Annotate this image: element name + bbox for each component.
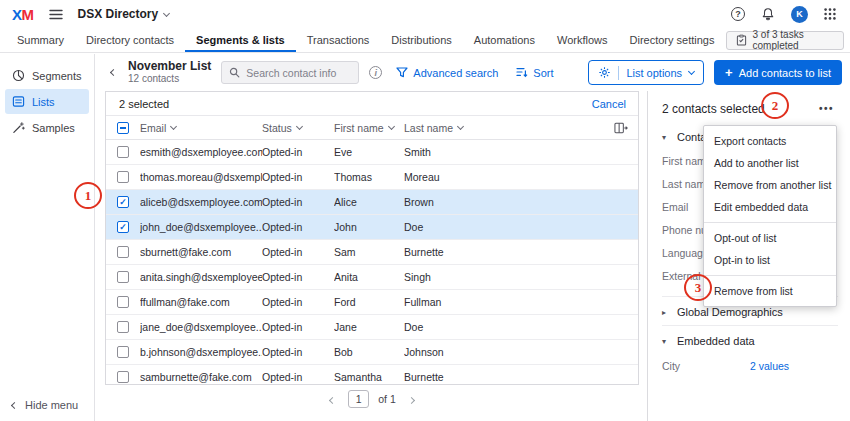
table-row[interactable]: anita.singh@dsxemployee...Opted-inAnitaS… [106, 265, 638, 290]
menu-item-remove-from-list[interactable]: Remove from list [704, 280, 836, 302]
table-row[interactable]: sburnett@fake.comOpted-inSamBurnette [106, 240, 638, 265]
help-icon[interactable] [731, 7, 745, 21]
menu-item-export-contacts[interactable]: Export contacts [704, 130, 836, 152]
top-bar: XM DSX Directory K [0, 0, 850, 28]
tab-distributions[interactable]: Distributions [380, 28, 463, 52]
annotation-circle-1: 1 [74, 182, 102, 209]
more-options-icon[interactable] [815, 101, 838, 116]
cell-status: Opted-in [262, 371, 334, 383]
table-row[interactable]: jane_doe@dsxemployee....Opted-inJaneDoe [106, 315, 638, 340]
notifications-bell-icon[interactable] [761, 7, 775, 21]
tab-directory-contacts[interactable]: Directory contacts [75, 28, 185, 52]
cell-last-name: Brown [404, 196, 638, 208]
section-embedded-data[interactable]: Embedded data [662, 325, 838, 354]
tab-automations[interactable]: Automations [463, 28, 546, 52]
menu-item-opt-in-to-list[interactable]: Opt-in to list [704, 249, 836, 271]
sidebar-item-label: Lists [32, 96, 55, 108]
row-checkbox[interactable] [117, 321, 129, 333]
sort-icon [516, 67, 528, 78]
table-row[interactable]: esmith@dsxemployee.comOpted-inEveSmith [106, 140, 638, 165]
select-all-checkbox[interactable] [117, 122, 129, 134]
sort-button[interactable]: Sort [516, 67, 553, 79]
add-contacts-button[interactable]: Add contacts to list [714, 60, 842, 85]
chevron-down-icon [296, 123, 303, 130]
advanced-search-button[interactable]: Advanced search [396, 67, 498, 79]
info-icon[interactable] [369, 66, 382, 79]
row-checkbox[interactable] [117, 371, 129, 383]
cell-last-name: Doe [404, 321, 638, 333]
row-checkbox[interactable] [117, 296, 129, 308]
back-button[interactable] [109, 68, 118, 77]
nav-tabs-bar: SummaryDirectory contactsSegments & list… [0, 28, 850, 53]
cell-first-name: Alice [334, 196, 404, 208]
directory-title-dropdown[interactable]: DSX Directory [78, 7, 170, 21]
tab-workflows[interactable]: Workflows [546, 28, 619, 52]
row-checkbox-cell [106, 321, 140, 333]
menu-item-remove-from-another-list[interactable]: Remove from another list [704, 174, 836, 196]
column-header-status[interactable]: Status [262, 122, 334, 134]
column-header-first-name[interactable]: First name [334, 122, 404, 134]
menu-item-edit-embedded-data[interactable]: Edit embedded data [704, 196, 836, 218]
row-checkbox[interactable] [117, 271, 129, 283]
table-row[interactable]: b.johnson@dsxemployee....Opted-inBobJohn… [106, 340, 638, 365]
tab-summary[interactable]: Summary [6, 28, 75, 52]
gear-icon [598, 66, 611, 79]
menu-divider [704, 222, 836, 223]
hide-menu-button[interactable]: Hide menu [12, 399, 78, 411]
row-checkbox[interactable] [117, 146, 129, 158]
sort-label: Sort [533, 67, 553, 79]
row-checkbox[interactable] [117, 221, 129, 233]
sidebar: Segments Lists Samples Hide menu [0, 54, 95, 421]
row-checkbox[interactable] [117, 246, 129, 258]
cell-email: anita.singh@dsxemployee... [140, 271, 262, 283]
menu-item-add-to-another-list[interactable]: Add to another list [704, 152, 836, 174]
cancel-selection-link[interactable]: Cancel [592, 98, 626, 110]
manage-columns-icon[interactable] [614, 122, 628, 134]
search-box[interactable] [221, 61, 359, 84]
tab-transactions[interactable]: Transactions [296, 28, 381, 52]
selection-bar: 2 selected Cancel [106, 92, 638, 116]
list-options-button[interactable]: List options [588, 60, 704, 85]
cell-first-name: Sam [334, 246, 404, 258]
sidebar-item-samples[interactable]: Samples [5, 115, 89, 140]
row-checkbox-cell [106, 221, 140, 233]
section-label: Embedded data [677, 335, 755, 347]
row-checkbox-cell [106, 246, 140, 258]
chevron-down-icon [163, 9, 170, 16]
table-header-row: Email Status First name Last name [106, 116, 638, 140]
table-row[interactable]: ffullman@fake.comOpted-inFordFullman [106, 290, 638, 315]
next-page-button[interactable] [405, 391, 418, 407]
row-checkbox[interactable] [117, 346, 129, 358]
table-row[interactable]: thomas.moreau@dsxempl...Opted-inThomasMo… [106, 165, 638, 190]
row-checkbox[interactable] [117, 196, 129, 208]
column-header-email[interactable]: Email [140, 122, 262, 134]
sidebar-item-segments[interactable]: Segments [5, 63, 89, 88]
user-avatar[interactable]: K [791, 6, 808, 23]
table-row[interactable]: john_doe@dsxemployee....Opted-inJohnDoe [106, 215, 638, 240]
row-checkbox-cell [106, 271, 140, 283]
tab-directory-settings[interactable]: Directory settings [619, 28, 726, 52]
tab-segments-lists[interactable]: Segments & lists [185, 28, 296, 52]
cell-status: Opted-in [262, 246, 334, 258]
table-row[interactable]: aliceb@dsxemployee.comOpted-inAliceBrown [106, 190, 638, 215]
caret-down-icon [662, 133, 671, 142]
row-checkbox[interactable] [117, 171, 129, 183]
contacts-table-card: 2 selected Cancel Email Status First nam… [105, 91, 639, 385]
list-title-block: November List 12 contacts [128, 60, 211, 85]
menu-item-opt-out-of-list[interactable]: Opt-out of list [704, 227, 836, 249]
tasks-completed-badge[interactable]: 3 of 3 tasks completed [726, 31, 845, 50]
previous-page-button[interactable] [326, 391, 339, 407]
caret-down-icon [662, 337, 671, 346]
current-page-box[interactable]: 1 [348, 390, 369, 408]
app-grid-icon[interactable] [824, 8, 836, 20]
tasks-icon [736, 34, 747, 46]
search-input[interactable] [246, 67, 351, 79]
table-row[interactable]: samburnette@fake.comOpted-inSamanthaBurn… [106, 365, 638, 385]
hamburger-menu-icon[interactable] [49, 9, 63, 20]
embedded-field-value-link[interactable]: 2 values [750, 360, 789, 372]
context-menu: Export contactsAdd to another listRemove… [703, 125, 837, 307]
column-header-last-name[interactable]: Last name [404, 122, 608, 134]
embedded-field-city: City 2 values [662, 354, 838, 377]
sidebar-item-lists[interactable]: Lists [5, 89, 89, 114]
row-checkbox-cell [106, 146, 140, 158]
